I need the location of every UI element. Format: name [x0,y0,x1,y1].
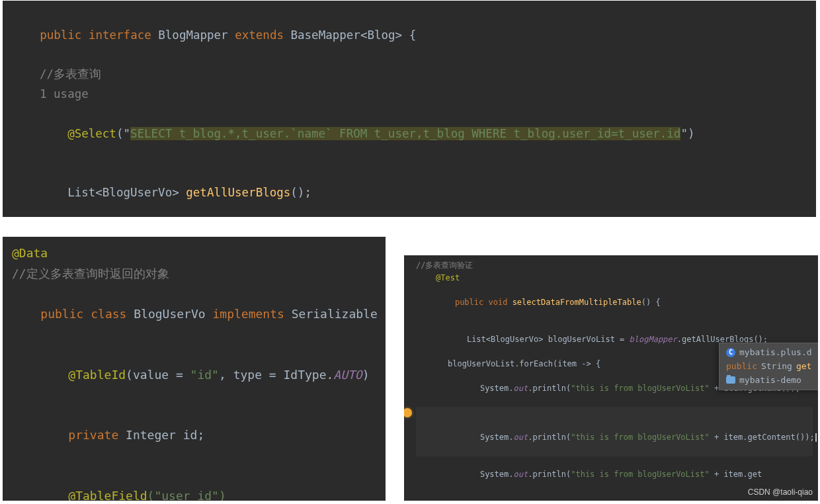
editor-panel-test[interactable]: //多表查询验证 @Test public void selectDataFro… [404,255,818,501]
string-literal: ("user_id") [147,489,226,501]
keyword-public: public [40,307,83,321]
method-name: selectDataFromMultipleTable [512,298,641,307]
tooltip-package-text: mybatis.plus.d [739,346,812,360]
return-type: String [761,360,792,374]
code-line: public void selectDataFromMultipleTable(… [416,284,813,321]
code-line-caret[interactable]: System.out.println("this is from blogUse… [416,407,813,456]
field-ref: blogMapper [630,335,677,344]
sql-keyword: SELECT [130,127,172,140]
class-name: BlogMapper [158,28,227,42]
paren-close: ") [680,127,694,140]
code-line: @TableField("user_id") [12,466,379,501]
interface-name: Serializable [292,307,378,321]
field-name: id [183,428,198,442]
class-icon: C [726,348,735,357]
sql-fragment: t_blog.*,t_user.`name` [172,127,339,140]
ann-open: (value = [126,368,190,382]
folder-icon [726,376,735,384]
field-out: out [513,384,528,393]
sql-fragment: t_blog.user_id=t_user.id [507,127,680,140]
println-call: .println( [528,384,571,393]
concat: + item.getContent()); [710,433,815,442]
tooltip-row-module[interactable]: mybatis-demo [726,374,812,388]
sql-keyword: WHERE [472,127,507,140]
usage-hint[interactable]: 1 usage [12,85,807,105]
sysout: System. [480,433,514,442]
sysout: System. [480,470,514,479]
code-line: public interface BlogMapper extends Base… [12,6,807,65]
field-out: out [513,433,528,442]
type: Integer [126,428,176,442]
sql-fragment: t_user,t_blog [367,127,472,140]
comment-line: //多表查询验证 [416,259,813,272]
keyword-interface: interface [89,28,151,42]
return-type: List<BlogUserVo> [67,186,179,199]
tooltip-module-text: mybatis-demo [739,374,801,388]
field-out: out [513,470,528,479]
base-class: BaseMapper [291,28,360,42]
annotation-tableid: @TableId [68,368,126,382]
code-line: List<BlogUserVo> getAllUserBlogs(); [12,163,807,217]
quick-doc-popup[interactable]: C mybatis.plus.d public String get mybat… [719,343,818,390]
annotation-select: @Select [67,127,116,140]
brace-open: { [402,28,416,42]
class-name: BlogUserVo [134,307,205,321]
watermark-text: CSDN @taoli-qiao [748,487,813,497]
keyword-public: public [726,360,757,374]
brace-open: () { [641,298,661,307]
sql-keyword: FROM [339,127,367,140]
var-decl: List<BlogUserVo> blogUserVoList = [467,335,630,344]
string-literal: "this is from blogUserVoList" [571,433,710,442]
sysout: System. [480,384,514,393]
string-literal: "this is from blogUserVoList" [571,470,710,479]
intention-bulb-icon[interactable] [404,408,412,417]
keyword-implements: implements [212,307,284,321]
keyword-class: class [91,307,126,321]
concat: + item.get [710,470,762,479]
tooltip-row-signature: public String get [726,360,812,374]
code-line: private Integer id; [12,405,379,466]
println-call: .println( [528,470,571,479]
enum-constant: AUTO [333,368,362,382]
keyword-extends: extends [235,28,284,42]
println-call: .println( [528,433,571,442]
comment-line: //多表查询 [12,65,807,85]
code-line: @TableId(value = "id", type = IdType.AUT… [12,345,379,405]
keyword-public: public [40,28,81,42]
ann-mid: , type = IdType. [219,368,333,382]
text-caret [815,433,817,442]
code-line: @Select("SELECT t_blog.*,t_user.`name` F… [12,105,807,163]
annotation-tablefield: @TableField [68,489,147,501]
method-tail: (); [290,186,311,199]
method-name: get [796,360,811,374]
generic-param: <Blog> [360,28,402,42]
annotation-data: @Data [12,243,379,264]
tooltip-row-package[interactable]: C mybatis.plus.d [726,346,812,360]
keyword-void: void [489,298,508,307]
keyword-public: public [455,298,483,307]
annotation-test: @Test [416,272,813,284]
method-name: getAllUserBlogs [186,186,290,199]
ann-close: ) [362,368,370,382]
code-line: public class BlogUserVo implements Seria… [12,284,379,345]
brace-open: { [378,307,386,321]
comment-line: //定义多表查询时返回的对象 [12,264,379,284]
string-literal: "this is from blogUserVoList" [571,384,710,393]
editor-panel-interface[interactable]: public interface BlogMapper extends Base… [3,1,816,217]
editor-panel-class[interactable]: @Data //定义多表查询时返回的对象 public class BlogUs… [3,237,386,501]
string-literal: "id" [190,368,219,382]
paren-open: (" [116,127,130,140]
keyword-private: private [68,428,118,442]
